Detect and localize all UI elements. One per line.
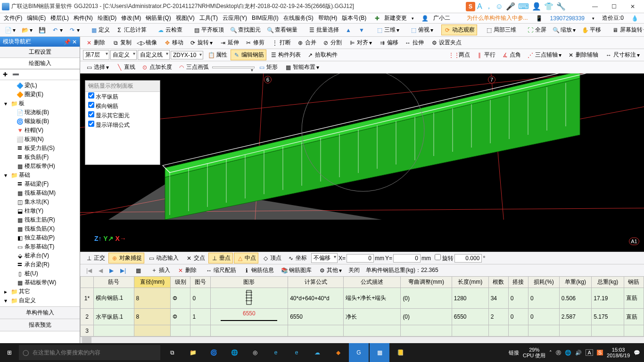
app-ie[interactable]: e — [287, 343, 306, 362]
stretch-button[interactable]: ↔拉伸 — [402, 37, 426, 48]
rect-button[interactable]: ▭矩形 — [256, 62, 280, 73]
nav-prev[interactable]: ◀ — [96, 266, 105, 275]
screen-rotate-button[interactable]: 🖥屏幕旋转▾ — [609, 25, 644, 35]
edit-rebar-button[interactable]: ✎编辑钢筋 — [231, 49, 266, 60]
grid-close[interactable]: 关闭 — [346, 265, 362, 276]
opt-other[interactable]: 显示其它图元 — [85, 111, 160, 120]
bean-icon[interactable]: 💧 — [629, 14, 640, 23]
menu-tools[interactable]: 工具(T) — [198, 13, 220, 23]
tree-node[interactable]: ▭条形基础(T) — [0, 242, 80, 251]
close-button[interactable]: ✕ — [623, 1, 642, 12]
table-row[interactable]: 1*横向钢筋.18Φ040*d+640+40*d端头+净长+端头(0)12803… — [81, 288, 644, 309]
taskview-icon[interactable]: ⧉ — [162, 343, 182, 362]
menu-bim[interactable]: BIM应用(I) — [250, 13, 281, 23]
tray-r[interactable]: Ⓡ — [556, 349, 561, 356]
tree-node[interactable]: 〓承台梁(R) — [0, 260, 80, 269]
tray-up-icon[interactable]: ˄ — [549, 350, 552, 356]
col-header[interactable]: 筋号 — [94, 277, 134, 288]
tree-node[interactable]: ▾📁基础 — [0, 171, 80, 180]
nav-next[interactable]: ▶ — [107, 266, 116, 275]
tree-node[interactable]: ⬜板洞(N) — [0, 135, 80, 144]
grid-delete[interactable]: ✕删除 — [174, 265, 199, 276]
pick-button[interactable]: ↗拾取构件 — [304, 49, 340, 60]
sum-button[interactable]: Σ汇总计算 — [113, 25, 149, 35]
partial3d-button[interactable]: ⬚局部三维 — [483, 25, 519, 35]
orbit-button[interactable]: ⟳动态观察 — [441, 25, 477, 35]
col-header[interactable]: 总重(kg) — [592, 277, 624, 288]
menu-help[interactable]: 帮助(H) — [316, 13, 339, 23]
save-button[interactable]: 💾 — [36, 25, 48, 35]
ime-punct-icon[interactable]: ， — [484, 1, 494, 11]
ime-mic-icon[interactable]: 🎤 — [505, 2, 516, 11]
ime-lang-icon[interactable]: A — [476, 2, 483, 11]
tray-link[interactable]: 链接 — [509, 349, 519, 356]
col-header[interactable]: 根数 — [488, 277, 508, 288]
tree-node[interactable]: 〓板负筋(F) — [0, 153, 80, 162]
col-header[interactable]: 钢筋 — [624, 277, 644, 288]
menu-floor[interactable]: 楼层(L) — [49, 13, 71, 23]
menu-file[interactable]: 文件(F) — [2, 13, 24, 23]
coord-toggle[interactable]: ∿坐标 — [285, 253, 309, 263]
align-button[interactable]: ⊫对齐▾ — [346, 37, 374, 48]
grid-info[interactable]: ℹ钢筋信息 — [240, 265, 276, 276]
menu-modify[interactable]: 修改(M) — [119, 13, 143, 23]
new-change-icon[interactable]: ✚ — [373, 14, 381, 23]
menu-version[interactable]: 版本号(B) — [340, 13, 368, 23]
ortho-toggle[interactable]: ⊥正交 — [83, 253, 107, 263]
col-header[interactable]: 损耗(%) — [528, 277, 559, 288]
app-calc[interactable]: ▦ — [370, 343, 389, 362]
two-point-button[interactable]: ⋮⋮两点 — [448, 49, 472, 60]
tree-node[interactable]: 〓基础梁(F) — [0, 180, 80, 189]
arc-button[interactable]: ◠三点画弧 — [175, 62, 211, 73]
move-button[interactable]: ✥移动 — [161, 37, 186, 48]
app-this1[interactable]: ◆ — [328, 343, 348, 362]
perp-toggle[interactable]: ⊥垂点 — [208, 253, 233, 263]
comp-list-button[interactable]: ☰构件列表 — [267, 49, 303, 60]
taskbar[interactable]: ⊞ ◯ 在这里输入你要搜索的内容 ⧉ 📁 🌀 🌐 ◎ e e ☁ ◆ G ▦ 📒… — [0, 343, 644, 362]
grid-icon[interactable]: ▦ — [132, 265, 144, 276]
menu-cloud[interactable]: 云应用(Y) — [221, 13, 249, 23]
type-select[interactable]: 自定义线 — [138, 50, 170, 60]
tree-node[interactable]: ◧独立基础(P) — [0, 233, 80, 242]
next-floor[interactable]: ▼ — [355, 25, 368, 35]
new-change-button[interactable]: 新建变更 — [382, 13, 409, 23]
cross-toggle[interactable]: ✕交点 — [183, 253, 207, 263]
arc-mode-select[interactable] — [212, 66, 255, 68]
trim-button[interactable]: ✂修剪 — [242, 37, 267, 48]
dyn-input-toggle[interactable]: ▭动态输入 — [145, 253, 181, 263]
ime-skin-icon[interactable]: 👕 — [543, 2, 554, 11]
tree-node[interactable]: ▸📁其它 — [0, 287, 80, 296]
attr-button[interactable]: 📋属性 — [205, 49, 230, 60]
menu-comp[interactable]: 构件(N) — [72, 13, 95, 23]
grid-lib[interactable]: 📚钢筋图库 — [278, 265, 314, 276]
y-input[interactable]: 0 — [393, 254, 421, 263]
tree-node[interactable]: ▾📁自定义 — [0, 296, 80, 305]
zoom-button[interactable]: 🔍缩放▾ — [550, 25, 578, 35]
undo-button[interactable]: ↶▾ — [49, 25, 65, 35]
rebar-display-panel[interactable]: 钢筋显示控制面板 水平纵筋 横向钢筋 显示其它图元 显示详细公式 — [85, 80, 160, 165]
top-toggle[interactable]: ◇顶点 — [259, 253, 284, 263]
collapse-icon[interactable]: ➖ — [12, 71, 19, 78]
tray-net-icon[interactable]: 🌐 — [565, 350, 571, 356]
tree-node[interactable]: ▦筏板负筋(X) — [0, 224, 80, 233]
tree-node[interactable]: ▾📁板 — [0, 99, 80, 108]
app-edge2[interactable]: e — [266, 343, 286, 362]
3d-viewport[interactable]: 6 7 A1 Z↑ Y↗ X→ — [80, 74, 644, 252]
tray-notif-icon[interactable]: 💬 — [634, 350, 640, 356]
addlen-button[interactable]: ⊙点加长度 — [139, 62, 174, 73]
flat-button[interactable]: ▤平齐板顶 — [190, 25, 226, 35]
tree-node[interactable]: ▦基础板带(W) — [0, 278, 80, 287]
select-button[interactable]: ▭选择▾ — [83, 62, 111, 73]
col-header[interactable] — [81, 277, 94, 288]
topview-button[interactable]: ⬚俯视▾ — [407, 25, 436, 35]
merge-button[interactable]: ⊕合并 — [294, 37, 319, 48]
osnap-toggle[interactable]: ⊕对象捕捉 — [108, 253, 144, 263]
line-button[interactable]: ╲直线 — [113, 62, 138, 73]
pivot-button[interactable]: ⚙设置夹点 — [428, 37, 464, 48]
ime-user-icon[interactable]: 👤 — [531, 2, 542, 11]
nav-last[interactable]: ▶| — [118, 266, 128, 275]
start-button[interactable]: ⊞ — [0, 343, 19, 362]
tree-node[interactable]: 🔷梁(L) — [0, 81, 80, 90]
new-button[interactable]: 📄▾ — [2, 25, 18, 35]
mirror-button[interactable]: ◁▷镜像 — [135, 37, 159, 48]
